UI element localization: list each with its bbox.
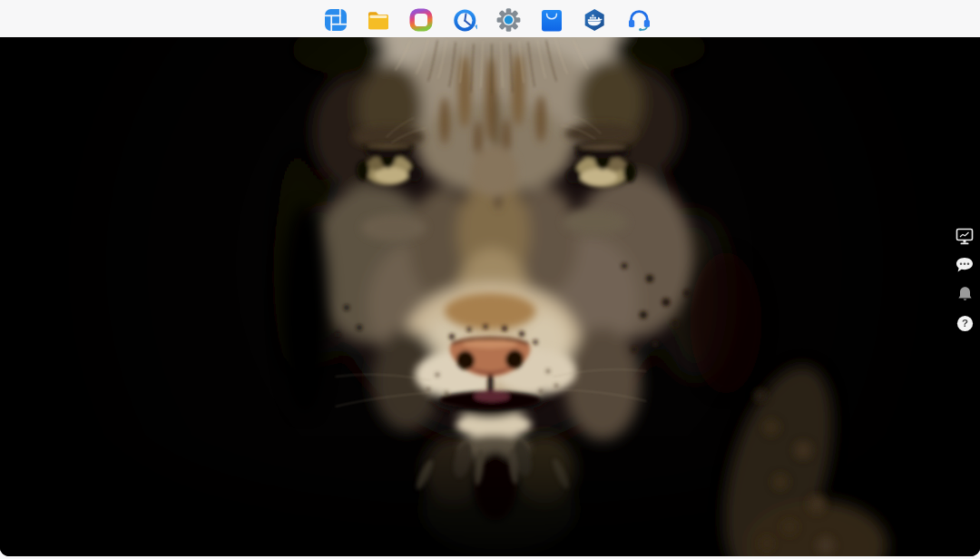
svg-text:?: ?: [962, 318, 968, 329]
